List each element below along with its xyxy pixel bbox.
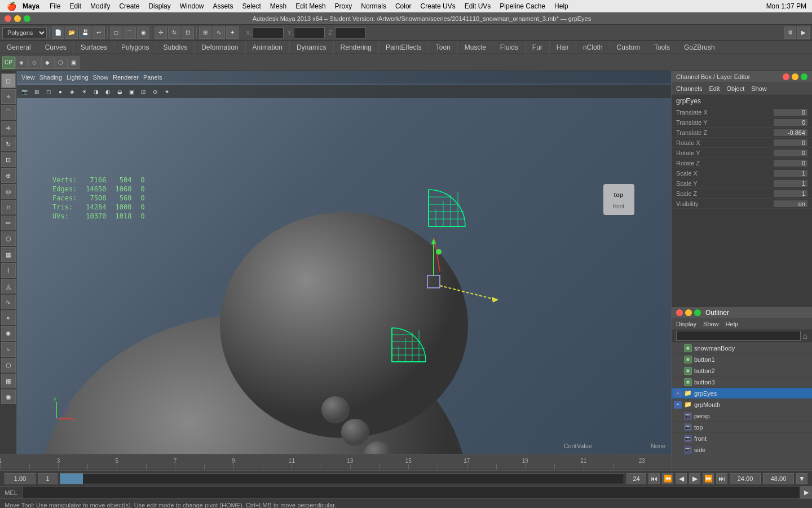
skip-start-btn[interactable]: ⏮ [648, 473, 660, 484]
app-name[interactable]: Maya [23, 2, 39, 10]
scale-tool-btn[interactable]: ⊡ [1, 152, 16, 167]
menu-display[interactable]: Display [144, 2, 175, 10]
lasso-select-btn[interactable]: ⌒ [1, 105, 16, 120]
playback-range[interactable] [60, 473, 624, 484]
twist-btn[interactable]: ✺ [1, 326, 16, 341]
render-settings-btn[interactable]: ⚙ [784, 27, 796, 39]
tab-ncloth[interactable]: nCloth [576, 41, 610, 54]
tab-hair[interactable]: Hair [550, 41, 576, 54]
show-manip-btn[interactable]: ⌗ [1, 200, 16, 214]
menu-assets[interactable]: Assets [208, 2, 237, 10]
channel-row-scalez[interactable]: Scale Z1 [672, 189, 812, 199]
shelf-icon-2[interactable]: ◇ [28, 56, 41, 69]
script-exec-btn[interactable]: ▶ [800, 487, 812, 498]
shelf-icon-3[interactable]: ◆ [41, 56, 54, 69]
channel-row-rotatez[interactable]: Rotate Z0 [672, 158, 812, 168]
outliner-item-button1[interactable]: ▣button1 [672, 354, 812, 365]
cb-close[interactable] [783, 73, 789, 80]
menu-edit-uvs[interactable]: Edit UVs [460, 2, 496, 10]
new-scene-btn[interactable]: 📄 [52, 27, 64, 39]
channel-row-translatex[interactable]: Translate X0 [672, 107, 812, 117]
outliner-menu-help[interactable]: Help [726, 321, 739, 327]
snap-curve[interactable]: ∿ [213, 27, 225, 39]
x-field[interactable] [253, 27, 284, 38]
menu-pipeline-cache[interactable]: Pipeline Cache [495, 2, 550, 10]
outliner-item-snowmanBody[interactable]: ▣snowmanBody [672, 343, 812, 354]
z-field[interactable] [335, 27, 366, 38]
outliner-search[interactable] [676, 331, 801, 341]
snap-grid[interactable]: ⊞ [199, 27, 211, 39]
outliner-close-btn[interactable] [676, 309, 683, 316]
tab-rendering[interactable]: Rendering [334, 41, 379, 54]
paint-select-tool[interactable]: ◉ [137, 27, 149, 39]
channel-row-rotatey[interactable]: Rotate Y0 [672, 148, 812, 158]
select-tool-btn[interactable]: ◻ [1, 73, 16, 88]
apple-menu[interactable]: 🍎 [0, 2, 23, 11]
squash-btn[interactable]: ⋄ [1, 310, 16, 325]
tab-custom[interactable]: Custom [610, 41, 647, 54]
cb-nav-show[interactable]: Show [751, 85, 767, 92]
play-backward-btn[interactable]: ◀ [676, 473, 687, 484]
channel-row-translatez[interactable]: Translate Z-0.864 [672, 128, 812, 138]
move-tool-btn[interactable]: ✛ [1, 121, 16, 135]
cb-nav-channels[interactable]: Channels [676, 85, 702, 92]
cb-min[interactable] [792, 73, 798, 80]
outliner-menu-show[interactable]: Show [703, 321, 719, 327]
scale-tool[interactable]: ⊡ [182, 27, 194, 39]
soft-mod-btn[interactable]: ◎ [1, 184, 16, 199]
select-tool[interactable]: ◻ [110, 27, 122, 39]
tab-gozbrush[interactable]: GoZBrush [677, 41, 722, 54]
outliner-item-persp[interactable]: 📷persp [672, 410, 812, 422]
shelf-icon-4[interactable]: ⬡ [54, 56, 67, 69]
mode-selector[interactable]: Polygons Surfaces Dynamics [2, 27, 47, 38]
prev-frame-btn[interactable]: ⏪ [662, 473, 673, 484]
menu-file[interactable]: File [45, 2, 65, 10]
play-forward-btn[interactable]: ▶ [689, 473, 700, 484]
tab-animation[interactable]: Animation [246, 41, 290, 54]
outliner-item-side[interactable]: 📷side [672, 444, 812, 454]
maximize-button[interactable] [24, 15, 30, 22]
tab-tools[interactable]: Tools [647, 41, 677, 54]
snap-point[interactable]: ✦ [226, 27, 239, 39]
playback-end-field[interactable] [763, 473, 794, 484]
tab-general[interactable]: General [0, 41, 38, 54]
outliner-item-button3[interactable]: ▣button3 [672, 376, 812, 388]
save-btn[interactable]: 💾 [79, 27, 91, 39]
timeline-start[interactable] [5, 473, 36, 484]
menu-normals[interactable]: Normals [356, 2, 391, 10]
cb-max[interactable] [801, 73, 807, 80]
menu-help[interactable]: Help [550, 2, 573, 10]
timeline-end[interactable] [626, 473, 646, 484]
open-btn[interactable]: 📂 [65, 27, 78, 39]
wireframe-btn[interactable]: ⬡ [1, 358, 16, 373]
cb-nav-edit[interactable]: Edit [709, 85, 720, 92]
outliner-max-btn[interactable] [694, 309, 701, 316]
tab-muscle[interactable]: Muscle [458, 41, 493, 54]
menu-color[interactable]: Color [391, 2, 416, 10]
menu-modify[interactable]: Modify [86, 2, 114, 10]
lattice-btn[interactable]: ▦ [1, 247, 16, 262]
tab-polygons[interactable]: Polygons [114, 41, 156, 54]
rotate-tool-btn[interactable]: ↻ [1, 137, 16, 151]
render-btn[interactable]: ▶ [797, 27, 810, 39]
outliner-item-button2[interactable]: ▣button2 [672, 365, 812, 376]
shelf-icon-1[interactable]: ◈ [15, 56, 28, 69]
outliner-home-btn[interactable]: ⌂ [803, 331, 807, 340]
tab-deformation[interactable]: Deformation [195, 41, 245, 54]
paint-select-btn[interactable]: ⌖ [1, 89, 16, 104]
timeline-current[interactable] [38, 473, 58, 484]
close-button[interactable] [5, 15, 11, 22]
minimize-button[interactable] [14, 15, 21, 22]
menu-create[interactable]: Create [114, 2, 144, 10]
tab-fur[interactable]: Fur [526, 41, 550, 54]
shelf-icon-5[interactable]: ▣ [67, 56, 80, 69]
menu-select[interactable]: Select [238, 2, 266, 10]
sculpt-btn[interactable]: ✏ [1, 216, 16, 230]
tab-fluids[interactable]: Fluids [493, 41, 526, 54]
channel-row-scaley[interactable]: Scale Y1 [672, 178, 812, 189]
grid-btn[interactable]: ▦ [1, 374, 16, 388]
snap-surface-btn[interactable]: ◉ [1, 389, 16, 404]
channel-row-visibility[interactable]: Visibilityon [672, 199, 812, 209]
next-frame-btn[interactable]: ⏩ [703, 473, 714, 484]
wave-btn[interactable]: ≈ [1, 342, 16, 357]
